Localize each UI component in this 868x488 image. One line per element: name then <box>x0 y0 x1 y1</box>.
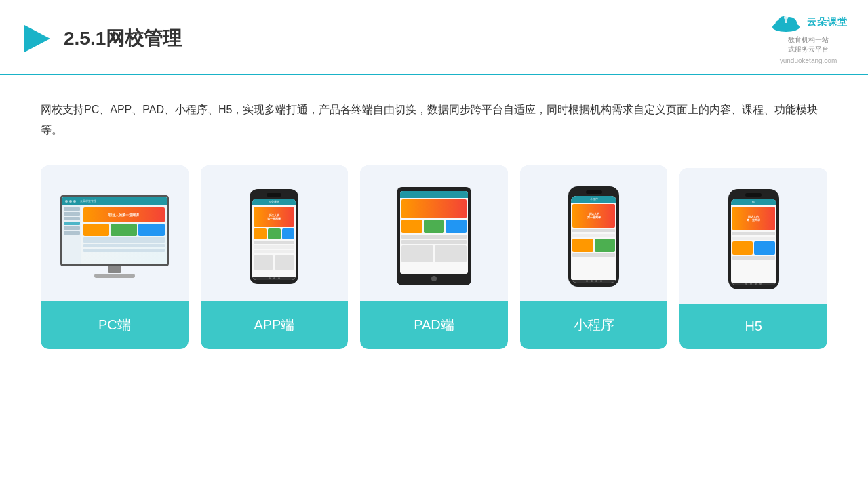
desktop-base <box>94 274 135 278</box>
phone-mockup-miniapp: 小程序 职达人的第一堂网课 <box>567 186 621 287</box>
cloud-icon <box>769 12 803 33</box>
card-image-pad <box>360 165 508 301</box>
logo-main-text: 云朵课堂 <box>807 16 848 28</box>
svg-point-5 <box>784 16 788 20</box>
page-title: 2.5.1网校管理 <box>64 26 182 52</box>
card-image-miniapp: 小程序 职达人的第一堂网课 <box>520 165 668 301</box>
cards-row: 云朵课堂管理 <box>41 165 827 349</box>
play-icon <box>20 22 53 55</box>
logo-sub-text: 教育机构一站式服务云平台 <box>788 35 829 54</box>
card-app: 云朵课堂 职达人的第一堂网课 <box>201 165 349 349</box>
card-miniapp: 小程序 职达人的第一堂网课 <box>520 165 668 349</box>
svg-marker-0 <box>24 25 50 52</box>
phone-mockup-app: 云朵课堂 职达人的第一堂网课 <box>247 189 301 284</box>
description-text: 网校支持PC、APP、PAD、小程序、H5，实现多端打通，产品各终端自由切换，数… <box>41 100 827 141</box>
svg-rect-6 <box>785 20 787 23</box>
main-content: 网校支持PC、APP、PAD、小程序、H5，实现多端打通，产品各终端自由切换，数… <box>0 75 868 365</box>
card-pc: 云朵课堂管理 <box>41 165 189 349</box>
desktop-mockup: 云朵课堂管理 <box>57 195 172 278</box>
logo-cloud: 云朵课堂 <box>769 12 848 33</box>
logo-area: 云朵课堂 教育机构一站式服务云平台 yunduoketang.com <box>769 12 848 64</box>
header: 2.5.1网校管理 云朵课堂 教育机构一站式服务云平台 yunduoketang… <box>0 0 868 75</box>
card-label-pc: PC端 <box>41 301 189 349</box>
card-image-pc: 云朵课堂管理 <box>41 165 189 301</box>
card-label-h5: H5 <box>679 304 827 349</box>
tablet-mockup <box>395 187 473 285</box>
card-pad: PAD端 <box>360 165 508 349</box>
desktop-screen: 云朵课堂管理 <box>60 195 169 266</box>
card-image-app: 云朵课堂 职达人的第一堂网课 <box>201 165 349 301</box>
desktop-stand <box>108 266 121 273</box>
card-image-h5: H5 职达人的第一堂网课 <box>679 168 827 304</box>
card-h5: H5 职达人的第一堂网课 <box>679 168 827 349</box>
card-label-pad: PAD端 <box>360 301 508 349</box>
logo-url: yunduoketang.com <box>780 57 837 64</box>
header-left: 2.5.1网校管理 <box>20 22 182 55</box>
card-label-app: APP端 <box>201 301 349 349</box>
card-label-miniapp: 小程序 <box>520 301 668 349</box>
phone-mockup-h5: H5 职达人的第一堂网课 <box>726 189 781 289</box>
